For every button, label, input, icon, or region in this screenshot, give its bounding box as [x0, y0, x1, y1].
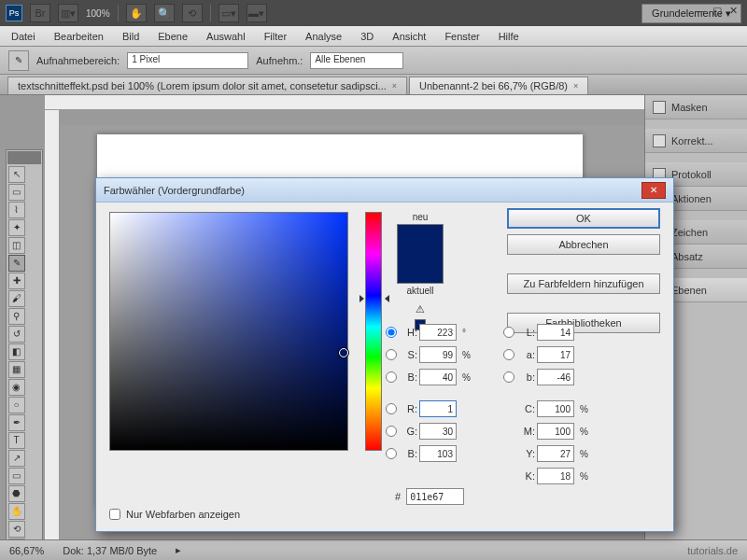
- sv-cursor[interactable]: [339, 348, 348, 357]
- input-bb[interactable]: [419, 445, 457, 462]
- color-preview: [397, 224, 444, 284]
- preview-current[interactable]: [398, 254, 443, 283]
- gradient-tool[interactable]: ▦: [8, 361, 25, 378]
- menu-bild[interactable]: Bild: [115, 28, 147, 45]
- menu-ansicht[interactable]: Ansicht: [385, 28, 433, 45]
- input-r[interactable]: [419, 400, 457, 417]
- web-colors-input[interactable]: [109, 509, 120, 520]
- radio-bb[interactable]: [386, 448, 397, 459]
- saturation-value-field[interactable]: [109, 212, 348, 451]
- radio-r[interactable]: [386, 403, 397, 414]
- tab-document-2[interactable]: Unbenannt-2 bei 66,7% (RGB/8)×: [409, 77, 588, 94]
- tab-document-1[interactable]: textschnitteffekt.psd bei 100% (Lorem ip…: [7, 77, 407, 94]
- dodge-tool[interactable]: ○: [8, 397, 25, 413]
- stamp-tool[interactable]: ⚲: [8, 308, 25, 325]
- minimize-icon[interactable]: —: [695, 5, 705, 17]
- close-icon[interactable]: ✕: [729, 5, 738, 17]
- arrange-button[interactable]: ▬▾: [247, 4, 267, 22]
- sample-layers-select[interactable]: Alle Ebenen: [310, 52, 403, 69]
- adjust-icon: [653, 134, 666, 147]
- preview-new[interactable]: [398, 225, 443, 254]
- screen-mode-button[interactable]: ▭▾: [218, 4, 239, 22]
- lasso-tool[interactable]: ⌇: [8, 202, 25, 218]
- 3d-tool[interactable]: ⬣: [8, 485, 25, 502]
- eyedropper-tool[interactable]: ✎: [8, 255, 25, 272]
- menu-datei[interactable]: Datei: [4, 28, 43, 45]
- tab-close-icon[interactable]: ×: [573, 81, 578, 91]
- marquee-tool[interactable]: ▭: [8, 184, 25, 201]
- layout-button[interactable]: ▥▾: [58, 4, 78, 22]
- hue-pointer[interactable]: [360, 295, 388, 302]
- zoom-button[interactable]: 🔍: [154, 4, 175, 22]
- eraser-tool[interactable]: ◧: [8, 343, 25, 360]
- menu-analyse[interactable]: Analyse: [298, 28, 349, 45]
- move-tool[interactable]: ↖: [8, 166, 25, 183]
- gamut-warning-icon[interactable]: ⚠: [416, 303, 425, 315]
- brush-tool[interactable]: 🖌: [8, 290, 25, 307]
- status-zoom[interactable]: 66,67%: [9, 545, 44, 556]
- input-s[interactable]: [419, 346, 457, 363]
- menu-ebene[interactable]: Ebene: [150, 28, 195, 45]
- crop-tool[interactable]: ◫: [8, 237, 25, 254]
- eyedropper-icon[interactable]: ✎: [8, 50, 29, 71]
- input-g[interactable]: [419, 423, 457, 440]
- input-h[interactable]: [419, 324, 457, 341]
- panel-korrekturen[interactable]: Korrekt...: [645, 129, 747, 153]
- hand-tool[interactable]: ✋: [8, 503, 25, 520]
- sample-size-select[interactable]: 1 Pixel: [127, 52, 248, 69]
- type-tool[interactable]: T: [8, 432, 25, 449]
- menu-fenster[interactable]: Fenster: [437, 28, 486, 45]
- rotate-button[interactable]: ⟲: [182, 4, 203, 22]
- pen-tool[interactable]: ✒: [8, 414, 25, 431]
- rotate-tool[interactable]: ⟲: [8, 521, 25, 538]
- input-l[interactable]: [537, 324, 574, 341]
- dialog-title: Farbwähler (Vordergrundfarbe): [104, 185, 245, 196]
- cancel-button[interactable]: Abbrechen: [507, 234, 660, 255]
- menu-filter[interactable]: Filter: [257, 28, 294, 45]
- toolbox-grip[interactable]: [7, 151, 41, 164]
- bridge-button[interactable]: Br: [30, 4, 50, 22]
- dialog-titlebar[interactable]: Farbwähler (Vordergrundfarbe) ✕: [96, 178, 673, 203]
- color-fields: H:° L: S:% a: B:% b: R: C:% G: M:% B: Y:…: [386, 324, 666, 484]
- input-m[interactable]: [537, 423, 574, 440]
- panel-masken[interactable]: Masken: [645, 95, 747, 119]
- input-hex[interactable]: [406, 488, 464, 505]
- radio-s[interactable]: [386, 349, 397, 360]
- input-bl[interactable]: [537, 369, 574, 385]
- heal-tool[interactable]: ✚: [8, 273, 25, 289]
- input-y[interactable]: [537, 445, 574, 462]
- wand-tool[interactable]: ✦: [8, 219, 25, 236]
- input-a[interactable]: [537, 346, 574, 363]
- shape-tool[interactable]: ▭: [8, 468, 25, 484]
- status-arrow-icon[interactable]: ▸: [176, 544, 181, 556]
- maximize-icon[interactable]: ▢: [712, 5, 722, 17]
- radio-h[interactable]: [386, 327, 397, 338]
- menu-auswahl[interactable]: Auswahl: [199, 28, 253, 45]
- history-brush-tool[interactable]: ↺: [8, 326, 25, 343]
- tab-close-icon[interactable]: ×: [392, 81, 397, 91]
- path-tool[interactable]: ↗: [8, 450, 25, 467]
- menu-hilfe[interactable]: Hilfe: [491, 28, 527, 45]
- label-l: L:: [518, 327, 537, 338]
- menu-bearbeiten[interactable]: Bearbeiten: [47, 28, 111, 45]
- hue-slider[interactable]: [365, 212, 382, 451]
- radio-a[interactable]: [503, 349, 514, 360]
- label-k: K:: [518, 470, 537, 482]
- ok-button[interactable]: OK: [507, 208, 660, 229]
- input-k[interactable]: [537, 468, 574, 484]
- input-bv[interactable]: [419, 369, 457, 385]
- radio-bl[interactable]: [503, 371, 514, 383]
- menu-3d[interactable]: 3D: [353, 28, 381, 45]
- watermark: tutorials.de: [687, 545, 738, 556]
- add-swatch-button[interactable]: Zu Farbfeldern hinzufügen: [507, 273, 660, 294]
- app-bar: Ps Br ▥▾ 100% ✋ 🔍 ⟲ ▭▾ ▬▾ Grundelemente …: [0, 0, 747, 26]
- hand-button[interactable]: ✋: [126, 4, 147, 22]
- dialog-close-button[interactable]: ✕: [641, 182, 666, 199]
- label-a: a:: [518, 349, 537, 360]
- radio-bv[interactable]: [386, 371, 397, 383]
- radio-g[interactable]: [386, 426, 397, 437]
- radio-l[interactable]: [503, 327, 514, 338]
- web-colors-checkbox[interactable]: Nur Webfarben anzeigen: [109, 509, 240, 520]
- blur-tool[interactable]: ◉: [8, 379, 25, 396]
- input-c[interactable]: [537, 400, 574, 417]
